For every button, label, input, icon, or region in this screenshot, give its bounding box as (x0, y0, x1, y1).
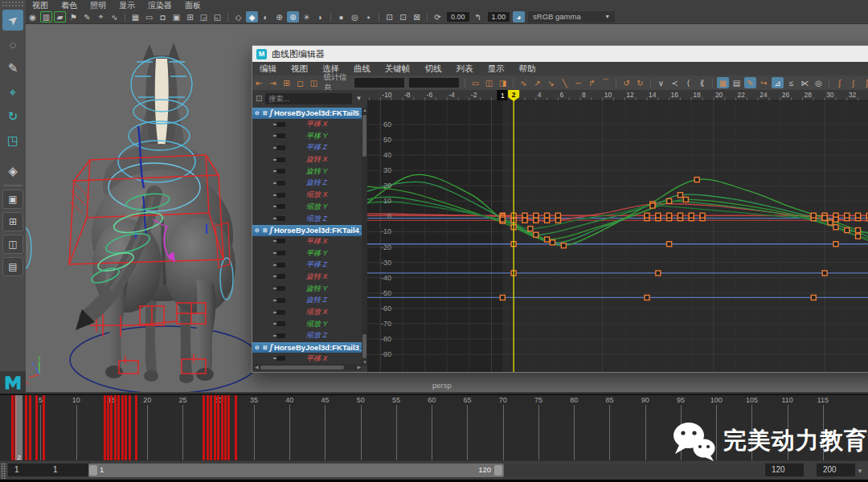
dope-sheet-view-icon[interactable]: ▤ (731, 77, 743, 88)
gamma-field[interactable]: 1.00 (488, 12, 510, 22)
keyframe[interactable] (561, 243, 566, 248)
frame-all-keys-icon[interactable]: ▭ (469, 77, 481, 88)
safe-action-icon[interactable]: ⌖ (95, 11, 107, 22)
step-tangent-icon[interactable]: ↱ (586, 77, 598, 88)
timeline-keyframe-tick[interactable] (214, 395, 216, 462)
safe-title-icon[interactable]: ∿ (108, 11, 121, 22)
keyframe[interactable] (845, 228, 850, 233)
channel-row[interactable]: 旋转 Y (252, 283, 362, 295)
keyframe[interactable] (833, 225, 838, 230)
gamma-toggle-icon[interactable]: ↰ (473, 11, 485, 22)
ambient-occlusion-icon[interactable]: ☀ (301, 11, 313, 22)
graph-editor-menu-item[interactable]: 关键帧 (378, 63, 418, 75)
exposure-toggle-icon[interactable]: ⟳ (432, 11, 444, 22)
keyframe[interactable] (822, 271, 827, 276)
keyframe[interactable] (545, 218, 550, 223)
shadows-toggle-icon[interactable]: ⊛ (287, 11, 299, 22)
keyframe[interactable] (522, 213, 527, 218)
exposure-field[interactable]: 0.00 (447, 12, 469, 22)
graph-editor-menu-item[interactable]: 列表 (449, 63, 481, 75)
insert-key-toggle-icon[interactable]: ✎ (744, 77, 756, 88)
channel-row[interactable]: 缩放 Y (252, 318, 362, 330)
viewport-menu-item[interactable]: 照明 (84, 0, 113, 10)
keyframe[interactable] (645, 213, 649, 218)
channel-row[interactable]: 平移 Z (252, 142, 362, 154)
plugin-shelf-2-icon[interactable]: ⊡ (397, 11, 409, 22)
collapse-icon[interactable]: ⊖ (255, 345, 260, 351)
viewport-menu-item[interactable]: 视图 (26, 0, 55, 10)
channel-row[interactable]: 缩放 Y (252, 202, 362, 214)
keyframe[interactable] (656, 271, 661, 276)
outliner-vertical-scrollbar[interactable]: ▲ ▼ (362, 108, 367, 366)
pre-infinity-cycle-icon[interactable]: ʃ (833, 77, 845, 88)
collapse-icon[interactable]: ⊖ (255, 227, 260, 234)
lasso-tool[interactable]: ◌ (2, 34, 23, 55)
keyframe[interactable] (534, 213, 538, 218)
channel-row[interactable]: 缩放 X (252, 307, 362, 319)
channel-row[interactable]: 平移 X (252, 353, 362, 365)
range-end-handle[interactable] (494, 465, 502, 476)
stats-field[interactable] (409, 78, 459, 88)
pre-infinity-cycle-offset-icon[interactable]: ∫ (847, 77, 859, 88)
rangebar-grip[interactable] (1, 463, 6, 479)
expand-icon[interactable]: ⊞ (263, 110, 268, 116)
viewport-menu-item[interactable]: 渲染器 (141, 0, 178, 10)
keyframe[interactable] (667, 213, 672, 218)
keyframe[interactable] (694, 178, 699, 182)
channel-row[interactable]: 平移 X (252, 119, 362, 131)
graph-view-mode-icon[interactable]: ⊿ (772, 77, 784, 88)
graph-editor-menu-item[interactable]: 显示 (481, 63, 512, 75)
timeline-keyframe-tick[interactable] (203, 395, 205, 462)
keyframe[interactable] (845, 213, 850, 218)
layout-split-pane[interactable]: ◫ (2, 235, 23, 254)
timeline-keyframe-tick[interactable] (114, 395, 117, 462)
keyframe[interactable] (555, 213, 560, 218)
keyframe[interactable] (551, 240, 555, 245)
timeline-keyframe-tick[interactable] (117, 395, 120, 462)
timeline-keyframe-tick[interactable] (110, 395, 113, 462)
plateau-tangent-icon[interactable]: ⌒ (600, 77, 612, 88)
keyframe[interactable] (683, 197, 688, 202)
playback-end-field[interactable]: 120 (765, 464, 804, 476)
wireframe-mode-icon[interactable]: ◇ (232, 11, 244, 22)
keyframe[interactable] (811, 213, 816, 218)
retime-tool-icon[interactable]: ◫ (308, 77, 320, 88)
lattice-deform-keys-icon[interactable]: ⊞ (280, 77, 293, 88)
shaded-mode-icon[interactable]: ◆ (246, 11, 258, 22)
expand-icon[interactable]: ⊞ (263, 227, 268, 234)
animation-start-field[interactable]: 1 (8, 464, 50, 476)
free-tangent-weight-icon[interactable]: ⟨ (682, 77, 694, 88)
current-time-field[interactable]: 1 (47, 464, 88, 476)
search-dropdown-icon[interactable]: ▼ (355, 95, 362, 102)
layout-outliner-pane[interactable]: ▤ (2, 257, 23, 276)
frame-all-icon[interactable]: ⊞ (184, 11, 196, 22)
timeline-current-frame[interactable]: 2 (15, 395, 23, 462)
channel-node-header[interactable]: ⊖⊞ʃHorseByJoel3d:FKTail3_M (252, 342, 362, 353)
keyframe[interactable] (500, 217, 505, 222)
viewport-menu-item[interactable]: 显示 (113, 0, 141, 10)
clamped-tangent-icon[interactable]: ↘ (545, 77, 557, 88)
timeline-keyframe-tick[interactable] (135, 395, 137, 462)
timeline-keyframe-tick[interactable] (107, 395, 109, 462)
keyframe[interactable] (522, 218, 527, 223)
channel-row[interactable]: 旋转 X (252, 154, 362, 166)
region-select-tool-icon[interactable]: ◻ (294, 77, 306, 88)
auto-tangent-icon[interactable]: ∿ (518, 77, 530, 88)
keyframe[interactable] (534, 232, 538, 237)
layout-single-pane[interactable]: ▣ (2, 190, 23, 209)
graph-editor-titlebar[interactable]: M 曲线图编辑器 (252, 46, 868, 62)
animation-end-field[interactable]: 200 (817, 464, 855, 476)
keyframe[interactable] (811, 295, 816, 300)
field-chart-icon[interactable]: ✎ (81, 11, 93, 22)
timeline-keyframe-tick[interactable] (235, 395, 237, 462)
keyframe[interactable] (828, 220, 833, 225)
graph-editor-menu-item[interactable]: 曲线 (346, 63, 378, 75)
view-transform-icon[interactable]: ◕ (513, 11, 525, 22)
gate-mask-icon[interactable]: ⚑ (68, 11, 80, 22)
normalized-view-icon[interactable]: ≤ (785, 77, 797, 88)
hud-toggle-icon[interactable]: ◘ (157, 11, 169, 22)
frame-playback-range-icon[interactable]: ◫ (483, 77, 495, 88)
layout-four-pane[interactable]: ⊞ (2, 212, 23, 231)
object-details-icon[interactable]: ▣ (170, 11, 182, 22)
timeline-keyframe-tick[interactable] (207, 395, 209, 462)
